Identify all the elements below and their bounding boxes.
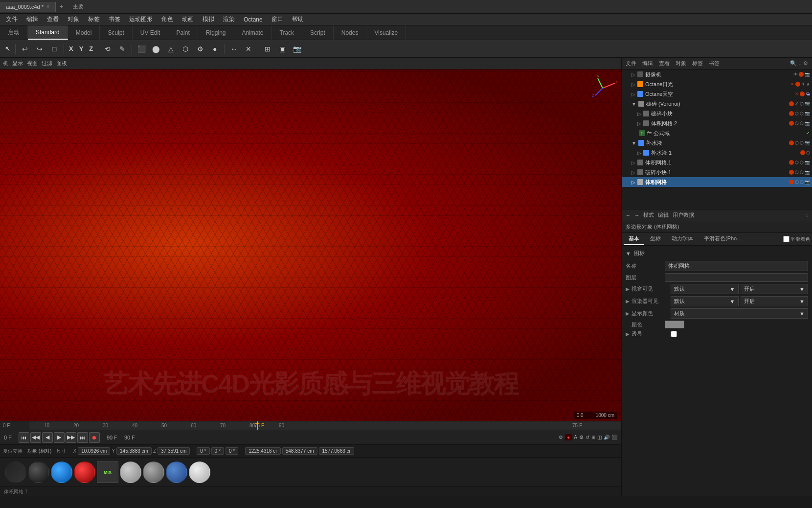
sub-camera[interactable]: 机 xyxy=(3,60,8,67)
mesh2-tag1[interactable]: ⬡ xyxy=(795,121,799,126)
props-viewport-expand[interactable]: ▶ xyxy=(626,286,630,292)
menu-help[interactable]: 帮助 xyxy=(288,14,308,24)
material-ball-red[interactable] xyxy=(74,462,95,483)
transform-ry[interactable]: 0 ° xyxy=(211,447,224,455)
props-tab-coords[interactable]: 坐标 xyxy=(645,233,666,245)
transport-icon-5[interactable]: ⊞ xyxy=(591,435,595,440)
material-item-4[interactable] xyxy=(74,462,95,483)
scene-item-formula[interactable]: f= f= 公式域 ✓ xyxy=(622,128,812,138)
sun-extra-icon[interactable]: ★ xyxy=(806,82,810,87)
transform-z[interactable]: 37.3591 cm xyxy=(158,447,190,455)
menu-edit[interactable]: 编辑 xyxy=(23,14,42,24)
water-tag3[interactable]: 📷 xyxy=(805,140,810,145)
menu-animation[interactable]: 动画 xyxy=(178,14,198,24)
tab-sculpt[interactable]: Sculpt xyxy=(100,25,132,40)
voronoi-tag1[interactable]: ⬡ xyxy=(800,101,804,106)
scene-item-camera[interactable]: ▷ 摄像机 👁 📷 xyxy=(622,69,812,79)
vm1-tag1[interactable]: ⬡ xyxy=(795,160,799,165)
props-tab-smooth[interactable]: 平滑着色(Pho... xyxy=(699,233,746,245)
fs-tag3[interactable]: 📷 xyxy=(805,170,810,175)
transport-prev-frame[interactable]: ◀◀ xyxy=(30,432,41,443)
tab-uvedit[interactable]: UV Edit xyxy=(133,25,169,40)
props-nav-forward[interactable]: → xyxy=(634,212,639,218)
transport-icon-8[interactable]: ⬛ xyxy=(611,435,617,440)
props-render-expand[interactable]: ▶ xyxy=(626,299,630,304)
vmm-tag1[interactable]: ⬡ xyxy=(795,180,799,185)
transform-x[interactable]: 10.0926 cm xyxy=(78,447,110,455)
props-layer-value[interactable] xyxy=(665,273,808,282)
toolbar-cone-icon[interactable]: △ xyxy=(164,43,177,55)
tab-model[interactable]: Model xyxy=(68,25,100,40)
props-render-left[interactable]: 默认 ▼ xyxy=(671,296,739,306)
vm1-tag2[interactable]: ⬡ xyxy=(800,160,804,165)
toolbar-gear-icon[interactable]: ⚙ xyxy=(194,43,206,55)
transform-rx[interactable]: 0 ° xyxy=(197,447,209,455)
timeline-ruler[interactable]: 0 F 10 20 30 40 50 60 70 80 90 75 F 75 F xyxy=(0,421,621,430)
menu-view[interactable]: 查看 xyxy=(43,14,63,24)
fs-tag2[interactable]: ⬡ xyxy=(800,170,804,175)
vmm-tag3[interactable]: 📷 xyxy=(805,180,810,185)
transport-next[interactable]: ▶▶ xyxy=(66,432,76,443)
scene-header-edit[interactable]: 编辑 xyxy=(642,60,653,67)
water-tag1[interactable]: ⬡ xyxy=(795,140,799,145)
props-tab-basic[interactable]: 基本 xyxy=(624,233,644,245)
transform-sy[interactable]: 548.8377 cm xyxy=(282,447,317,455)
scene-item-water1[interactable]: ▷ 补水液.1 ⬡ xyxy=(622,148,812,158)
transport-to-start[interactable]: ⏮ xyxy=(19,432,29,443)
scene-item-octane-sun[interactable]: ▷ Octane日光 ✕ ☀ ★ xyxy=(622,79,812,89)
toolbar-undo[interactable]: ↩ xyxy=(19,43,31,55)
scene-item-volume-mesh-main[interactable]: ▷ 体积网格 ⬡ ⬡ 📷 xyxy=(622,177,812,187)
toolbar-close-icon[interactable]: ✕ xyxy=(242,43,255,55)
transport-icon-7[interactable]: 🔊 xyxy=(604,435,609,440)
material-item-9[interactable] xyxy=(189,462,210,483)
3d-viewport[interactable]: 艺术先进C4D光影质感与三维视觉教程 X Y Z 0.0 1000 cm xyxy=(0,69,621,421)
material-ball-blue[interactable] xyxy=(51,462,72,483)
sky-vis-icon[interactable]: ✕ xyxy=(795,92,799,96)
props-viewport-right[interactable]: 开启 ▼ xyxy=(741,284,809,294)
sub-panel[interactable]: 面板 xyxy=(56,60,67,67)
tab-visualize[interactable]: Visualize xyxy=(366,25,406,40)
material-item-5[interactable]: MIX xyxy=(97,462,118,483)
props-transparent-expand[interactable]: ▶ xyxy=(626,331,630,337)
material-ball-teal[interactable] xyxy=(166,462,187,483)
menu-tag[interactable]: 标签 xyxy=(84,14,104,24)
transport-play[interactable]: ▶ xyxy=(54,432,65,443)
transform-sz[interactable]: 1577.0663 cr xyxy=(319,447,354,455)
material-ball-dark-sphere[interactable] xyxy=(28,462,49,483)
props-smoothing-checkbox[interactable] xyxy=(783,236,789,242)
material-ball-white[interactable] xyxy=(120,462,141,483)
toolbar-camera-icon[interactable]: 📷 xyxy=(291,43,303,55)
water-tag2[interactable]: ⬡ xyxy=(800,140,804,145)
transport-icon-1[interactable]: ⚙ xyxy=(559,435,563,440)
scene-item-octane-sky[interactable]: ▷ Octane天空 ✕ 🌤 xyxy=(622,89,812,99)
toolbar-icon-arrow[interactable]: ↖ xyxy=(3,45,12,52)
menu-bookmark[interactable]: 书签 xyxy=(105,14,124,24)
menu-render[interactable]: 渲染 xyxy=(219,14,239,24)
camera-tag-icon[interactable]: 📷 xyxy=(805,72,810,77)
sub-display[interactable]: 显示 xyxy=(12,60,23,67)
add-tab-button[interactable]: + xyxy=(56,1,67,12)
props-viewport-left[interactable]: 默认 ▼ xyxy=(671,284,739,294)
props-name-value[interactable]: 体积网格 xyxy=(665,261,808,271)
transport-icon-3[interactable]: ⚙ xyxy=(579,435,584,440)
material-ball-gray[interactable] xyxy=(143,462,164,483)
vmm-tag2[interactable]: ⬡ xyxy=(800,180,804,185)
chunk-tag3[interactable]: 📷 xyxy=(805,111,810,116)
transport-icon-6[interactable]: ◫ xyxy=(597,435,602,440)
scene-item-volume-mesh1[interactable]: ▷ 体积网格.1 ⬡ ⬡ 📷 xyxy=(622,158,812,167)
mesh2-tag2[interactable]: ⬡ xyxy=(800,121,804,126)
camera-vis-icon[interactable]: 👁 xyxy=(793,72,798,77)
fs-tag1[interactable]: ⬡ xyxy=(795,170,799,175)
material-item-7[interactable] xyxy=(143,462,164,483)
tab-standard[interactable]: Standard xyxy=(28,25,68,40)
menu-window[interactable]: 窗口 xyxy=(268,14,287,24)
toolbar-render-region[interactable]: □ xyxy=(48,43,61,55)
transport-to-end[interactable]: ⏭ xyxy=(77,432,88,443)
props-color-swatch[interactable] xyxy=(665,321,684,328)
sub-view[interactable]: 视图 xyxy=(27,60,38,67)
voronoi-tag2[interactable]: 📷 xyxy=(805,101,810,106)
transport-icon-4[interactable]: ↺ xyxy=(586,435,589,440)
scene-item-mesh2[interactable]: ▷ 体积网格.2 ⬡ ⬡ 📷 xyxy=(622,118,812,128)
toolbar-flip-icon[interactable]: ↔ xyxy=(227,43,240,55)
material-item-3[interactable] xyxy=(51,462,72,483)
